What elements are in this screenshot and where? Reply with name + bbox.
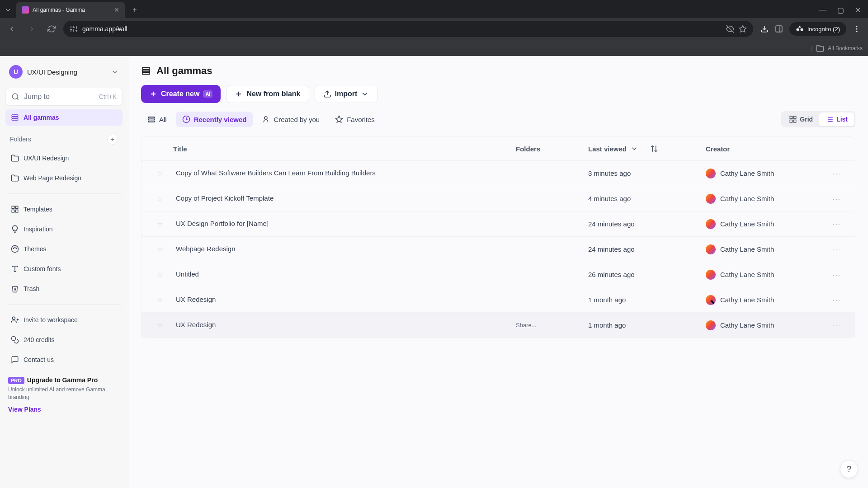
import-icon [323,90,331,98]
mouse-cursor: ⬉ [710,298,715,305]
sidebar-item-trash[interactable]: Trash [5,281,123,297]
filter-all[interactable]: All [141,112,173,127]
favorite-star[interactable]: ☆ [146,245,173,253]
row-more-button[interactable]: ··· [823,245,850,253]
incognito-indicator[interactable]: Incognito (2) [789,22,846,36]
forward-button[interactable] [24,21,40,37]
table-row[interactable]: ☆UX Design Portfolio for [Name]24 minute… [142,211,855,236]
filter-created-by-you[interactable]: Created by you [255,112,326,127]
filter-label: All [159,116,167,123]
new-from-blank-button[interactable]: New from blank [226,85,309,103]
sidebar-folder[interactable]: Web Page Redesign [5,170,123,186]
row-title: Copy of What Software Builders Can Learn… [173,164,516,182]
tab-search-dropdown[interactable] [0,2,16,18]
filter-label: Created by you [274,116,320,123]
site-settings-icon[interactable] [70,25,78,33]
address-bar[interactable]: gamma.app/#all [63,21,753,37]
table-row[interactable]: ☆Untitled26 minutes agoCathy Lane Smith·… [142,262,855,287]
row-creator: Cathy Lane Smith [706,194,823,204]
row-more-button[interactable]: ··· [823,296,850,304]
sidebar-item-themes[interactable]: Themes [5,241,123,257]
user-icon [262,115,270,123]
sidebar-item-label: Inspiration [24,225,53,233]
download-icon[interactable] [760,25,769,33]
arrow-right-icon [28,25,36,33]
svg-rect-50 [790,120,793,122]
minimize-button[interactable]: — [819,6,826,14]
trash-icon [11,285,19,293]
row-last-viewed: 3 minutes ago [588,169,706,177]
stack-icon [11,113,19,122]
sidebar-item-all-gammas[interactable]: All gammas [5,109,123,126]
chrome-menu-icon[interactable] [853,25,861,33]
row-more-button[interactable]: ··· [823,195,850,202]
grid-icon [11,205,19,213]
create-new-button[interactable]: Create new AI [141,85,221,103]
browser-tab[interactable]: All gammas - Gamma ✕ [16,2,125,18]
close-window-button[interactable]: ✕ [855,6,861,14]
row-more-button[interactable]: ··· [823,220,850,228]
favorite-star[interactable]: ☆ [146,195,173,203]
row-more-button[interactable]: ··· [823,169,850,177]
back-button[interactable] [4,21,20,37]
workspace-switcher[interactable]: U UX/UI Designing [5,62,123,81]
user-plus-icon [11,316,19,324]
add-folder-button[interactable]: + [107,134,118,145]
svg-point-46 [264,117,267,119]
sidebar-item-inspiration[interactable]: Inspiration [5,221,123,237]
eye-off-icon[interactable] [726,25,734,33]
grid-view-button[interactable]: Grid [783,113,819,126]
view-plans-link[interactable]: View Plans [8,406,41,413]
sidebar-folder[interactable]: UX/UI Redesign [5,150,123,166]
table-row[interactable]: ☆Copy of What Software Builders Can Lear… [142,160,855,186]
col-creator[interactable]: Creator [706,145,823,153]
filter-label: Favorites [347,116,375,123]
sidebar-item-invite[interactable]: Invite to workspace [5,312,123,328]
search-placeholder: Jump to [24,93,94,101]
favorite-star[interactable]: ☆ [146,271,173,279]
table-row[interactable]: ☆UX RedesignShare...1 month agoCathy Lan… [142,312,855,338]
svg-marker-47 [336,116,343,122]
table-row[interactable]: ☆UX Redesign1 month agoCathy Lane Smith·… [142,287,855,312]
help-button[interactable]: ? [840,460,858,478]
row-creator: Cathy Lane Smith [706,320,823,330]
list-view-button[interactable]: List [819,113,854,126]
jump-to-search[interactable]: Jump to Ctrl+K [5,88,123,106]
favorite-star[interactable]: ☆ [146,220,173,228]
table-header: Title Folders Last viewed Creator [142,137,855,160]
import-button[interactable]: Import [315,85,378,103]
svg-line-17 [17,98,18,99]
folder-icon [816,44,824,52]
filter-recently-viewed[interactable]: Recently viewed [176,112,253,127]
bookmark-star-icon[interactable] [739,25,747,33]
col-folders[interactable]: Folders [516,145,588,153]
svg-rect-43 [148,119,155,120]
close-tab-button[interactable]: ✕ [114,6,119,14]
sidebar-item-contact[interactable]: Contact us [5,352,123,368]
sort-swap-icon[interactable] [650,145,658,153]
col-last-viewed[interactable]: Last viewed [588,145,706,153]
svg-point-13 [856,26,858,27]
sidebar-item-label: Themes [24,245,47,253]
filter-favorites[interactable]: Favorites [329,112,381,127]
sidebar-item-templates[interactable]: Templates [5,201,123,217]
table-row[interactable]: ☆Webpage Redesign24 minutes agoCathy Lan… [142,236,855,262]
row-creator: Cathy Lane Smith [706,270,823,280]
row-creator: Cathy Lane Smith [706,169,823,178]
favorite-star[interactable]: ☆ [146,321,173,329]
side-panel-icon[interactable] [775,25,783,33]
row-more-button[interactable]: ··· [823,321,850,329]
col-title[interactable]: Title [173,145,516,153]
favorite-star[interactable]: ☆ [146,296,173,304]
sidebar-item-credits[interactable]: 240 credits [5,332,123,348]
svg-rect-21 [12,206,14,208]
row-more-button[interactable]: ··· [823,271,850,278]
sidebar-item-custom-fonts[interactable]: Custom fonts [5,261,123,277]
maximize-button[interactable]: ▢ [837,6,844,14]
all-bookmarks-link[interactable]: All Bookmarks [828,45,863,52]
row-last-viewed: 24 minutes ago [588,245,706,253]
table-row[interactable]: ☆Copy of Project Kickoff Template4 minut… [142,186,855,211]
reload-button[interactable] [43,21,60,37]
new-tab-button[interactable]: + [128,4,141,16]
favorite-star[interactable]: ☆ [146,169,173,178]
